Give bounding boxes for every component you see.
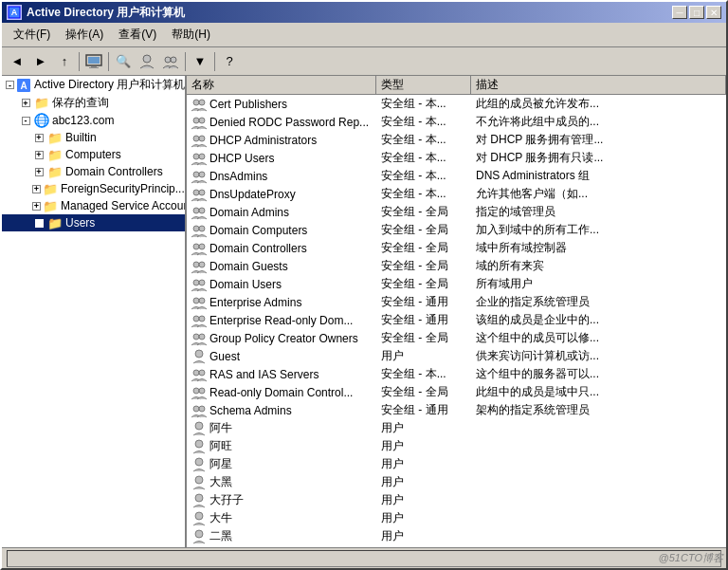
table-row[interactable]: 大孖子 用户 [187,491,726,509]
svg-point-39 [199,298,205,303]
table-row[interactable]: Denied RODC Password Rep... 安全组 - 本... 不… [187,113,726,131]
menu-action[interactable]: 操作(A) [58,25,111,45]
row-icon [191,223,207,238]
svg-point-17 [199,100,205,105]
computer-button[interactable] [82,50,105,73]
foreign-expand[interactable]: + [32,181,43,196]
svg-point-47 [193,388,199,394]
cell-type: 安全组 - 通用 [376,293,471,311]
table-row[interactable]: DHCP Administrators 安全组 - 本... 对 DHCP 服务… [187,131,726,149]
cell-desc: 域中所有域控制器 [471,239,726,257]
toolbar: ◄ ► ↑ 🔍 [2,47,726,76]
title-bar-left: A Active Directory 用户和计算机 [7,5,185,21]
svg-point-26 [193,190,199,195]
users-expand[interactable]: + [32,215,47,230]
toolbar-sep-2 [108,52,109,71]
tree-saved-queries[interactable]: + 📁 保存的查询 [2,94,185,112]
tree-domain[interactable]: - abc123.com [2,112,185,129]
table-row[interactable]: 阿旺 用户 [187,437,726,455]
users-label: Users [65,216,95,230]
svg-point-45 [193,370,199,376]
managed-expand[interactable]: + [32,198,43,213]
status-bar [2,547,726,568]
up-button[interactable]: ↑ [53,50,76,73]
table-row[interactable]: RAS and IAS Servers 安全组 - 本... 这个组中的服务器可… [187,365,726,383]
back-button[interactable]: ◄ [6,50,28,73]
cell-name: Guest [187,348,376,365]
dc-expand[interactable]: + [32,164,47,179]
row-icon [191,133,207,148]
user-button[interactable] [136,50,158,73]
table-row[interactable]: Domain Guests 安全组 - 全局 域的所有来宾 [187,257,726,275]
builtin-expand[interactable]: + [32,130,47,145]
row-icon [191,295,207,310]
col-header-desc[interactable]: 描述 [471,76,726,94]
table-row[interactable]: Enterprise Read-only Dom... 安全组 - 通用 该组的… [187,311,726,329]
svg-point-25 [199,172,205,177]
table-row[interactable]: DnsAdmins 安全组 - 本... DNS Administrators … [187,167,726,185]
help-button[interactable]: ? [218,50,241,73]
table-row[interactable]: 阿星 用户 [187,455,726,473]
saved-expand[interactable]: + [19,96,34,111]
menu-help[interactable]: 帮助(H) [164,25,218,45]
table-row[interactable]: 大牛 用户 [187,509,726,527]
table-row[interactable]: 大黑 用户 [187,473,726,491]
cell-desc: 此组中的成员是域中只... [471,383,726,401]
cell-name: DHCP Administrators [187,132,376,149]
cell-name: Domain Guests [187,258,376,275]
toolbar-sep-3 [185,52,186,71]
table-row[interactable]: 二黑 用户 [187,527,726,545]
table-row[interactable]: Cert Publishers 安全组 - 本... 此组的成员被允许发布... [187,95,726,113]
menu-view[interactable]: 查看(V) [111,25,164,45]
root-expand[interactable]: - [6,78,16,93]
title-buttons: ─ □ ✕ [672,6,721,19]
computers-expand[interactable]: + [32,147,47,162]
menu-file[interactable]: 文件(F) [6,25,58,45]
domain-label: abc123.com [52,114,114,127]
cell-name: Denied RODC Password Rep... [187,114,376,131]
tree-managed[interactable]: + 📁 Managed Service Accour... [2,197,185,214]
table-row[interactable]: Domain Computers 安全组 - 全局 加入到域中的所有工作... [187,221,726,239]
cell-type: 安全组 - 本... [376,113,471,131]
tree-users[interactable]: + 📁 Users [2,214,185,231]
dc-icon: 📁 [47,164,63,179]
cell-desc [471,446,726,448]
table-row[interactable]: Enterprise Admins 安全组 - 通用 企业的指定系统管理员 [187,293,726,311]
tree-builtin[interactable]: + 📁 Builtin [2,129,185,146]
maximize-button[interactable]: □ [689,6,704,19]
svg-point-49 [193,406,199,412]
tree-computers[interactable]: + 📁 Computers [2,146,185,163]
table-row[interactable]: Domain Users 安全组 - 全局 所有域用户 [187,275,726,293]
group-button[interactable] [159,50,182,73]
row-icon [191,403,207,418]
table-row[interactable]: Domain Controllers 安全组 - 全局 域中所有域控制器 [187,239,726,257]
table-row[interactable]: Group Policy Creator Owners 安全组 - 全局 这个组… [187,329,726,347]
toolbar-sep-4 [214,52,215,71]
table-row[interactable]: Guest 用户 供来宾访问计算机或访... [187,347,726,365]
search-button[interactable]: 🔍 [112,50,135,73]
svg-point-31 [199,226,205,231]
close-button[interactable]: ✕ [706,6,721,19]
table-row[interactable]: DnsUpdateProxy 安全组 - 本... 允许其他客户端（如... [187,185,726,203]
col-header-name[interactable]: 名称 [187,76,376,94]
forward-button[interactable]: ► [29,50,52,73]
tree-dc[interactable]: + 📁 Domain Controllers [2,163,185,180]
table-row[interactable]: Read-only Domain Control... 安全组 - 全局 此组中… [187,383,726,401]
cell-name: 大黑 [187,473,376,491]
filter-button[interactable]: ▼ [189,50,211,73]
svg-point-29 [199,208,205,213]
tree-foreign[interactable]: + 📁 ForeignSecurityPrincip... [2,180,185,197]
foreign-label: ForeignSecurityPrincip... [61,182,185,195]
svg-point-20 [193,136,199,141]
domain-expand[interactable]: - [19,113,34,128]
table-row[interactable]: DHCP Users 安全组 - 本... 对 DHCP 服务拥有只读... [187,149,726,167]
svg-point-53 [195,458,203,466]
col-header-type[interactable]: 类型 [376,76,471,94]
table-row[interactable]: Schema Admins 安全组 - 通用 架构的指定系统管理员 [187,401,726,419]
cell-type: 安全组 - 通用 [376,401,471,419]
svg-point-42 [193,334,199,340]
tree-root[interactable]: - A Active Directory 用户和计算机 [2,76,185,94]
minimize-button[interactable]: ─ [672,6,687,19]
table-row[interactable]: 阿牛 用户 [187,419,726,437]
table-row[interactable]: Domain Admins 安全组 - 全局 指定的域管理员 [187,203,726,221]
